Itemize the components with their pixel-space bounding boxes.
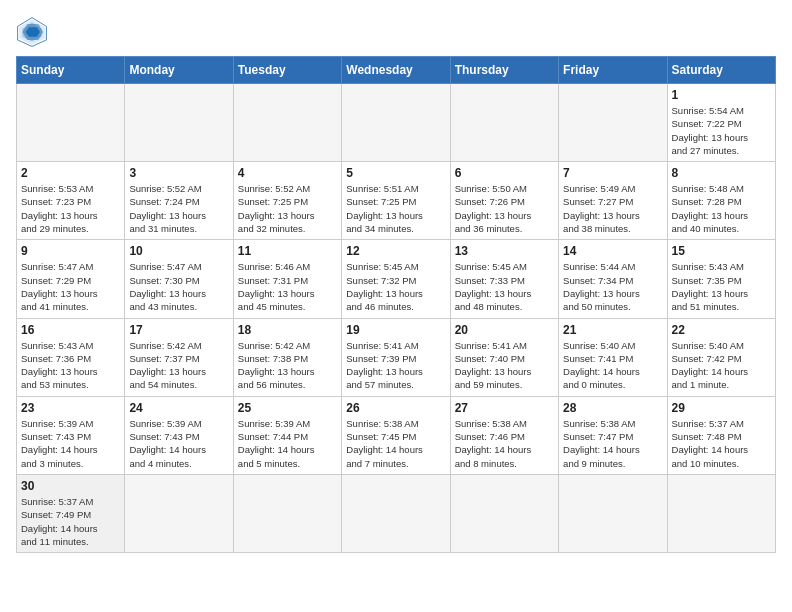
- calendar-row: 16Sunrise: 5:43 AMSunset: 7:36 PMDayligh…: [17, 318, 776, 396]
- calendar-row: 30Sunrise: 5:37 AMSunset: 7:49 PMDayligh…: [17, 474, 776, 552]
- day-number: 5: [346, 166, 445, 180]
- day-info: Sunrise: 5:39 AMSunset: 7:43 PMDaylight:…: [21, 417, 120, 470]
- logo-icon: [16, 16, 48, 48]
- weekday-header-cell: Wednesday: [342, 57, 450, 84]
- day-number: 23: [21, 401, 120, 415]
- calendar-cell: 30Sunrise: 5:37 AMSunset: 7:49 PMDayligh…: [17, 474, 125, 552]
- day-number: 2: [21, 166, 120, 180]
- calendar-cell: [233, 474, 341, 552]
- weekday-header-cell: Saturday: [667, 57, 775, 84]
- calendar-cell: 12Sunrise: 5:45 AMSunset: 7:32 PMDayligh…: [342, 240, 450, 318]
- calendar-cell: 9Sunrise: 5:47 AMSunset: 7:29 PMDaylight…: [17, 240, 125, 318]
- day-number: 8: [672, 166, 771, 180]
- day-info: Sunrise: 5:40 AMSunset: 7:41 PMDaylight:…: [563, 339, 662, 392]
- calendar-row: 1Sunrise: 5:54 AMSunset: 7:22 PMDaylight…: [17, 84, 776, 162]
- day-number: 21: [563, 323, 662, 337]
- calendar-cell: 10Sunrise: 5:47 AMSunset: 7:30 PMDayligh…: [125, 240, 233, 318]
- day-info: Sunrise: 5:44 AMSunset: 7:34 PMDaylight:…: [563, 260, 662, 313]
- calendar-cell: 24Sunrise: 5:39 AMSunset: 7:43 PMDayligh…: [125, 396, 233, 474]
- calendar-cell: [342, 84, 450, 162]
- day-number: 28: [563, 401, 662, 415]
- day-info: Sunrise: 5:43 AMSunset: 7:35 PMDaylight:…: [672, 260, 771, 313]
- calendar: SundayMondayTuesdayWednesdayThursdayFrid…: [16, 56, 776, 553]
- day-info: Sunrise: 5:39 AMSunset: 7:43 PMDaylight:…: [129, 417, 228, 470]
- calendar-cell: 8Sunrise: 5:48 AMSunset: 7:28 PMDaylight…: [667, 162, 775, 240]
- calendar-cell: 19Sunrise: 5:41 AMSunset: 7:39 PMDayligh…: [342, 318, 450, 396]
- day-number: 18: [238, 323, 337, 337]
- calendar-cell: [125, 474, 233, 552]
- header: [16, 16, 776, 48]
- calendar-cell: 13Sunrise: 5:45 AMSunset: 7:33 PMDayligh…: [450, 240, 558, 318]
- day-number: 29: [672, 401, 771, 415]
- day-number: 9: [21, 244, 120, 258]
- weekday-header-row: SundayMondayTuesdayWednesdayThursdayFrid…: [17, 57, 776, 84]
- day-info: Sunrise: 5:38 AMSunset: 7:45 PMDaylight:…: [346, 417, 445, 470]
- day-number: 15: [672, 244, 771, 258]
- day-number: 6: [455, 166, 554, 180]
- calendar-cell: 26Sunrise: 5:38 AMSunset: 7:45 PMDayligh…: [342, 396, 450, 474]
- calendar-cell: [17, 84, 125, 162]
- calendar-cell: [559, 84, 667, 162]
- day-number: 26: [346, 401, 445, 415]
- weekday-header-cell: Monday: [125, 57, 233, 84]
- day-info: Sunrise: 5:50 AMSunset: 7:26 PMDaylight:…: [455, 182, 554, 235]
- day-info: Sunrise: 5:40 AMSunset: 7:42 PMDaylight:…: [672, 339, 771, 392]
- calendar-row: 2Sunrise: 5:53 AMSunset: 7:23 PMDaylight…: [17, 162, 776, 240]
- day-number: 7: [563, 166, 662, 180]
- calendar-cell: 5Sunrise: 5:51 AMSunset: 7:25 PMDaylight…: [342, 162, 450, 240]
- calendar-body: 1Sunrise: 5:54 AMSunset: 7:22 PMDaylight…: [17, 84, 776, 553]
- day-number: 22: [672, 323, 771, 337]
- day-number: 16: [21, 323, 120, 337]
- calendar-cell: 22Sunrise: 5:40 AMSunset: 7:42 PMDayligh…: [667, 318, 775, 396]
- calendar-cell: 17Sunrise: 5:42 AMSunset: 7:37 PMDayligh…: [125, 318, 233, 396]
- calendar-cell: 27Sunrise: 5:38 AMSunset: 7:46 PMDayligh…: [450, 396, 558, 474]
- calendar-row: 9Sunrise: 5:47 AMSunset: 7:29 PMDaylight…: [17, 240, 776, 318]
- day-info: Sunrise: 5:46 AMSunset: 7:31 PMDaylight:…: [238, 260, 337, 313]
- calendar-cell: 7Sunrise: 5:49 AMSunset: 7:27 PMDaylight…: [559, 162, 667, 240]
- calendar-cell: 2Sunrise: 5:53 AMSunset: 7:23 PMDaylight…: [17, 162, 125, 240]
- day-info: Sunrise: 5:49 AMSunset: 7:27 PMDaylight:…: [563, 182, 662, 235]
- calendar-cell: 29Sunrise: 5:37 AMSunset: 7:48 PMDayligh…: [667, 396, 775, 474]
- day-number: 4: [238, 166, 337, 180]
- day-number: 12: [346, 244, 445, 258]
- day-number: 13: [455, 244, 554, 258]
- calendar-cell: [233, 84, 341, 162]
- calendar-cell: 14Sunrise: 5:44 AMSunset: 7:34 PMDayligh…: [559, 240, 667, 318]
- calendar-cell: [450, 474, 558, 552]
- day-info: Sunrise: 5:38 AMSunset: 7:46 PMDaylight:…: [455, 417, 554, 470]
- weekday-header-cell: Tuesday: [233, 57, 341, 84]
- calendar-cell: 11Sunrise: 5:46 AMSunset: 7:31 PMDayligh…: [233, 240, 341, 318]
- calendar-cell: 3Sunrise: 5:52 AMSunset: 7:24 PMDaylight…: [125, 162, 233, 240]
- logo: [16, 16, 54, 48]
- calendar-cell: [559, 474, 667, 552]
- day-info: Sunrise: 5:54 AMSunset: 7:22 PMDaylight:…: [672, 104, 771, 157]
- calendar-cell: [667, 474, 775, 552]
- day-number: 30: [21, 479, 120, 493]
- day-info: Sunrise: 5:39 AMSunset: 7:44 PMDaylight:…: [238, 417, 337, 470]
- calendar-cell: 25Sunrise: 5:39 AMSunset: 7:44 PMDayligh…: [233, 396, 341, 474]
- day-info: Sunrise: 5:53 AMSunset: 7:23 PMDaylight:…: [21, 182, 120, 235]
- calendar-cell: 16Sunrise: 5:43 AMSunset: 7:36 PMDayligh…: [17, 318, 125, 396]
- day-info: Sunrise: 5:41 AMSunset: 7:40 PMDaylight:…: [455, 339, 554, 392]
- day-number: 3: [129, 166, 228, 180]
- day-number: 11: [238, 244, 337, 258]
- day-info: Sunrise: 5:45 AMSunset: 7:33 PMDaylight:…: [455, 260, 554, 313]
- day-number: 19: [346, 323, 445, 337]
- day-info: Sunrise: 5:51 AMSunset: 7:25 PMDaylight:…: [346, 182, 445, 235]
- calendar-cell: 21Sunrise: 5:40 AMSunset: 7:41 PMDayligh…: [559, 318, 667, 396]
- weekday-header-cell: Thursday: [450, 57, 558, 84]
- day-number: 25: [238, 401, 337, 415]
- calendar-row: 23Sunrise: 5:39 AMSunset: 7:43 PMDayligh…: [17, 396, 776, 474]
- day-info: Sunrise: 5:41 AMSunset: 7:39 PMDaylight:…: [346, 339, 445, 392]
- day-info: Sunrise: 5:37 AMSunset: 7:48 PMDaylight:…: [672, 417, 771, 470]
- calendar-cell: 1Sunrise: 5:54 AMSunset: 7:22 PMDaylight…: [667, 84, 775, 162]
- weekday-header-cell: Friday: [559, 57, 667, 84]
- day-info: Sunrise: 5:37 AMSunset: 7:49 PMDaylight:…: [21, 495, 120, 548]
- calendar-cell: 18Sunrise: 5:42 AMSunset: 7:38 PMDayligh…: [233, 318, 341, 396]
- day-number: 14: [563, 244, 662, 258]
- day-info: Sunrise: 5:47 AMSunset: 7:30 PMDaylight:…: [129, 260, 228, 313]
- calendar-cell: 23Sunrise: 5:39 AMSunset: 7:43 PMDayligh…: [17, 396, 125, 474]
- calendar-cell: 20Sunrise: 5:41 AMSunset: 7:40 PMDayligh…: [450, 318, 558, 396]
- day-info: Sunrise: 5:42 AMSunset: 7:38 PMDaylight:…: [238, 339, 337, 392]
- day-info: Sunrise: 5:45 AMSunset: 7:32 PMDaylight:…: [346, 260, 445, 313]
